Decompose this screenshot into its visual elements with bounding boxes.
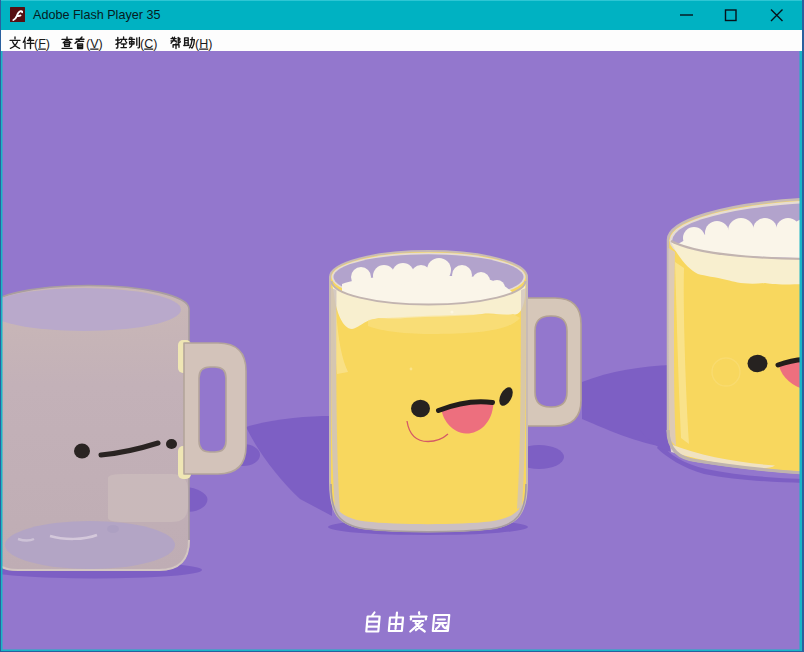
svg-text:): ) (153, 36, 157, 50)
svg-text:): ) (208, 36, 212, 50)
svg-text:C: C (144, 36, 153, 50)
svg-text:): ) (46, 36, 50, 50)
svg-text:): ) (99, 36, 103, 50)
svg-text:H: H (199, 36, 208, 50)
